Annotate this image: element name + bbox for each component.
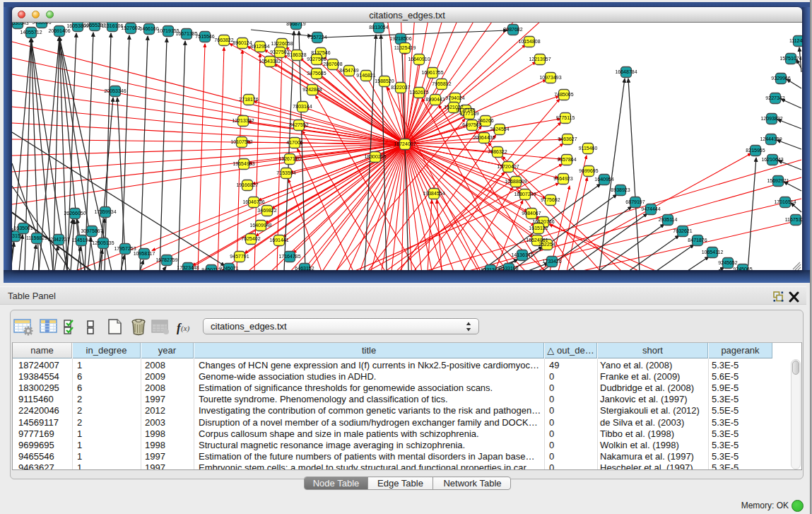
svg-text:7153594: 7153594 [276,170,295,175]
svg-text:10958117: 10958117 [134,251,155,256]
svg-text:19166827: 19166827 [236,182,258,187]
svg-text:20053346: 20053346 [104,88,126,93]
svg-text:8322037: 8322037 [391,85,410,90]
svg-text:12505135: 12505135 [92,240,114,245]
svg-text:9245652: 9245652 [718,260,737,265]
svg-text:16210643: 16210643 [761,157,783,162]
svg-text:18807249: 18807249 [514,192,536,197]
svg-text:6497568: 6497568 [462,122,481,127]
svg-text:1640954: 1640954 [594,177,613,182]
svg-text:2087682: 2087682 [503,27,522,32]
svg-text:2867608: 2867608 [323,62,342,66]
svg-text:11675331: 11675331 [785,217,802,222]
svg-text:8427552: 8427552 [289,122,308,127]
svg-text:9227342: 9227342 [765,95,784,100]
svg-text:19384554: 19384554 [423,191,445,196]
svg-text:8471876: 8471876 [688,238,707,243]
svg-text:1635001: 1635001 [13,226,33,230]
svg-text:19218506: 19218506 [389,36,411,41]
svg-text:8990443: 8990443 [425,97,445,102]
svg-text:10973493: 10973493 [539,75,561,80]
svg-text:16671385: 16671385 [175,31,197,36]
svg-text:9463627: 9463627 [558,136,577,141]
svg-text:9794024: 9794024 [445,95,464,100]
svg-text:9331342: 9331342 [481,267,500,270]
svg-text:12093832: 12093832 [760,116,782,121]
svg-text:9777169: 9777169 [459,111,478,116]
svg-text:20364436: 20364436 [473,135,495,140]
svg-text:1733426: 1733426 [542,259,561,264]
svg-text:30975867: 30975867 [81,228,102,233]
svg-text:12444159: 12444159 [760,136,782,141]
svg-text:16046736: 16046736 [242,199,264,204]
svg-text:16120746: 16120746 [532,219,554,224]
svg-text:1112461: 1112461 [789,38,802,43]
svg-text:9245071: 9245071 [219,266,238,270]
svg-text:9242848: 9242848 [302,87,322,92]
svg-text:14055712: 14055712 [20,30,42,35]
svg-text:18530343: 18530343 [12,23,29,25]
svg-text:14136141: 14136141 [511,252,533,257]
svg-text:20691406: 20691406 [48,28,70,33]
svg-text:18300295: 18300295 [364,154,386,159]
svg-text:15751074: 15751074 [779,56,801,61]
svg-text:9435005: 9435005 [32,23,51,25]
svg-text:11156829: 11156829 [26,235,47,240]
svg-text:13267130: 13267130 [278,156,300,161]
svg-text:6466160: 6466160 [139,26,158,31]
svg-text:8668719: 8668719 [286,23,305,26]
svg-text:7632621: 7632621 [673,228,692,233]
svg-text:10154808: 10154808 [518,39,540,44]
svg-text:10688609: 10688609 [505,179,526,184]
svg-text:7357224: 7357224 [307,35,326,40]
svg-text:16782759: 16782759 [155,257,177,262]
svg-text:15692971: 15692971 [767,178,789,183]
svg-text:11325419: 11325419 [394,45,416,50]
svg-text:17359934: 17359934 [94,209,116,214]
svg-text:17957253: 17957253 [114,246,136,251]
svg-text:12342737: 12342737 [47,237,69,242]
svg-text:13226058: 13226058 [271,41,293,46]
svg-text:1615132: 1615132 [529,226,548,230]
svg-text:17016514: 17016514 [774,199,796,204]
svg-text:252254: 252254 [539,242,555,247]
svg-text:7515546: 7515546 [195,34,214,39]
svg-text:7485005: 7485005 [554,92,573,97]
svg-text:9329966: 9329966 [771,76,790,81]
svg-text:9146821: 9146821 [356,73,375,78]
svg-text:8960124: 8960124 [233,40,252,45]
svg-text:15720407: 15720407 [497,164,519,169]
svg-text:3624554: 3624554 [490,127,509,132]
svg-text:10543382: 10543382 [259,59,281,64]
svg-text:9245065: 9245065 [733,267,752,270]
svg-text:9699695: 9699695 [579,168,598,173]
svg-text:7803144: 7803144 [293,104,312,109]
svg-text:3475685: 3475685 [307,71,326,76]
svg-text:7625402: 7625402 [241,236,260,241]
svg-text:9115460: 9115460 [579,146,598,151]
svg-text:1691441: 1691441 [269,238,288,243]
svg-text:9357864: 9357864 [557,157,576,162]
svg-text:(x): (x) [181,324,190,333]
svg-text:9327508: 9327508 [307,57,326,62]
svg-text:16961755: 16961755 [421,70,443,75]
svg-text:19654983: 19654983 [233,161,254,166]
svg-text:1145194: 1145194 [72,238,91,243]
svg-text:6463152: 6463152 [295,266,314,270]
svg-text:9464923: 9464923 [553,176,572,181]
svg-text:17323448: 17323448 [177,265,199,270]
svg-text:12213382: 12213382 [232,118,254,123]
svg-text:8938923: 8938923 [611,187,630,192]
svg-text:17164785: 17164785 [278,254,300,259]
svg-text:8912954: 8912954 [250,44,269,49]
svg-text:1527602: 1527602 [121,25,140,30]
svg-text:9450712: 9450712 [201,267,220,270]
svg-text:16640910: 16640910 [408,57,430,62]
svg-text:9775692: 9775692 [541,197,560,202]
svg-text:3469822: 3469822 [257,208,276,213]
svg-text:8454749: 8454749 [339,68,358,73]
svg-text:16409948: 16409948 [249,223,271,228]
svg-text:2718176: 2718176 [239,97,258,102]
svg-text:10654112: 10654112 [702,250,724,255]
svg-text:8137546: 8137546 [311,50,330,55]
